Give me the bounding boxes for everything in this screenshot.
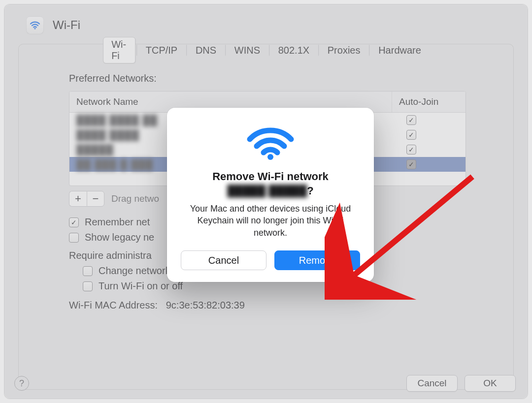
wifi-icon: [29, 19, 41, 31]
preferred-networks-label: Preferred Networks:: [69, 73, 466, 84]
tab-wins[interactable]: WINS: [227, 43, 268, 58]
network-name-redacted: ██ ███ █ ███: [76, 159, 153, 170]
page-title: Wi-Fi: [53, 18, 80, 32]
drag-hint: Drag netwo: [111, 193, 159, 204]
turn-wifi-label: Turn Wi-Fi on or off: [99, 280, 183, 292]
ok-button[interactable]: OK: [465, 375, 516, 392]
tab-bar: Wi-Fi TCP/IP DNS WINS 802.1X Proxies Har…: [103, 37, 429, 63]
tab-8021x[interactable]: 802.1X: [270, 43, 317, 58]
change-networks-label: Change networks: [99, 265, 175, 277]
column-auto-join[interactable]: Auto-Join: [392, 92, 466, 112]
require-admin-label: Require administra: [69, 250, 152, 261]
network-name-redacted: █████: [76, 144, 114, 155]
help-button[interactable]: ?: [14, 376, 29, 391]
remove-network-button[interactable]: −: [87, 191, 104, 207]
auto-join-checkbox[interactable]: ✓: [406, 145, 416, 155]
svg-point-0: [34, 28, 35, 29]
tab-dns[interactable]: DNS: [188, 43, 224, 58]
mac-address-value: 9c:3e:53:82:03:39: [166, 300, 245, 310]
wifi-icon-tile: [26, 16, 44, 34]
tab-hardware[interactable]: Hardware: [370, 43, 429, 58]
mac-address-label: Wi-Fi MAC Address:: [69, 300, 158, 310]
network-name-redacted: ████ ████ ██: [76, 115, 158, 126]
remove-network-dialog: Remove Wi-Fi network █████ █████? Your M…: [167, 108, 374, 282]
tab-tcpip[interactable]: TCP/IP: [138, 43, 185, 58]
auto-join-checkbox[interactable]: ✓: [406, 130, 416, 140]
svg-point-1: [267, 154, 273, 160]
dialog-message: Your Mac and other devices using iCloud …: [181, 203, 360, 239]
tab-separator: [225, 45, 226, 56]
tab-separator: [369, 45, 369, 56]
tab-separator: [186, 45, 187, 56]
tab-proxies[interactable]: Proxies: [320, 43, 368, 58]
dialog-title: Remove Wi-Fi network █████ █████?: [181, 170, 360, 198]
network-name-redacted: ████ ████: [76, 129, 139, 141]
show-legacy-checkbox[interactable]: [69, 233, 79, 243]
turn-wifi-checkbox[interactable]: [83, 281, 93, 291]
cancel-button[interactable]: Cancel: [406, 375, 458, 392]
change-networks-checkbox[interactable]: [83, 266, 93, 276]
dialog-remove-button[interactable]: Remove: [274, 250, 360, 270]
show-legacy-label: Show legacy ne: [85, 232, 154, 243]
remember-networks-label: Remember net: [85, 217, 150, 228]
tab-separator: [136, 45, 137, 56]
tab-wifi[interactable]: Wi-Fi: [103, 37, 135, 63]
tab-separator: [269, 45, 269, 56]
auto-join-checkbox[interactable]: ✓: [406, 159, 416, 169]
tab-separator: [318, 45, 319, 56]
dialog-cancel-button[interactable]: Cancel: [181, 250, 266, 270]
remember-networks-checkbox[interactable]: ✓: [69, 217, 79, 227]
add-network-button[interactable]: +: [69, 191, 87, 207]
wifi-icon: [246, 124, 295, 161]
auto-join-checkbox[interactable]: ✓: [406, 115, 416, 125]
